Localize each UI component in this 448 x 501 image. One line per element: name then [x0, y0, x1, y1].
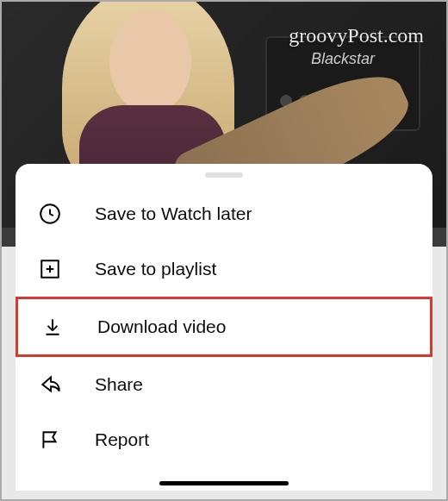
- menu-label: Download video: [97, 316, 226, 337]
- flag-icon: [38, 428, 62, 452]
- amp-label: Blackstar: [311, 50, 375, 68]
- menu-label: Save to playlist: [95, 259, 216, 279]
- menu-item-share[interactable]: Share: [16, 357, 432, 412]
- bottom-sheet: Save to Watch later Save to playlist Dow…: [16, 164, 432, 491]
- clock-icon: [38, 202, 62, 226]
- download-icon: [40, 315, 65, 339]
- menu-label: Save to Watch later: [95, 204, 252, 224]
- menu-label: Share: [95, 374, 143, 395]
- home-indicator[interactable]: [159, 481, 289, 485]
- menu-item-download[interactable]: Download video: [16, 297, 432, 357]
- watermark-text: groovyPost.com: [289, 24, 424, 47]
- playlist-add-icon: [38, 257, 62, 281]
- menu-item-watch-later[interactable]: Save to Watch later: [16, 186, 432, 241]
- menu-item-save-playlist[interactable]: Save to playlist: [16, 241, 432, 297]
- share-icon: [38, 373, 62, 397]
- menu-label: Report: [95, 429, 149, 450]
- menu-item-report[interactable]: Report: [16, 412, 432, 467]
- sheet-drag-handle[interactable]: [205, 172, 243, 178]
